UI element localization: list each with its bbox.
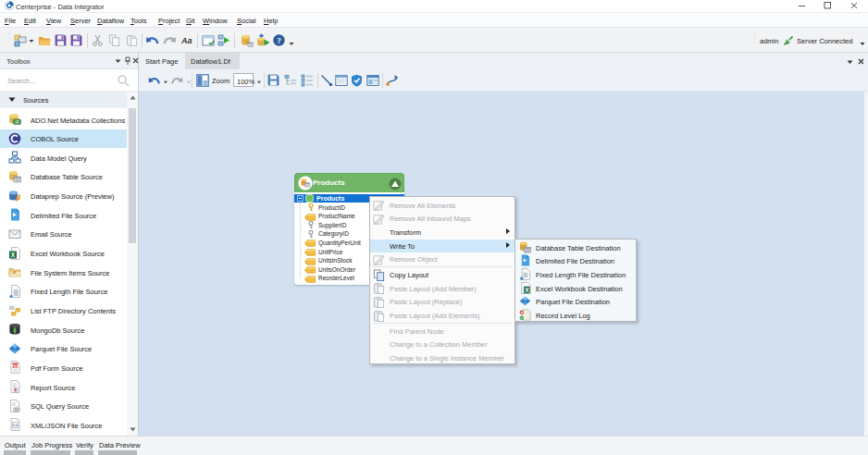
svg-text:?: ? — [277, 36, 281, 45]
svg-text:<>: <> — [12, 423, 19, 429]
svg-text:X: X — [11, 252, 16, 258]
svg-text:«: « — [13, 269, 17, 276]
svg-text:PDF: PDF — [11, 363, 19, 368]
